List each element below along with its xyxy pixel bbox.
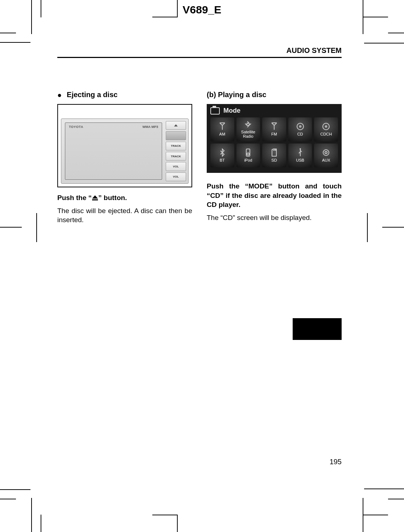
eject-instruction: Push the “” button. [57,193,192,203]
mode-cd-button[interactable]: CD [288,117,312,141]
bullet-icon: ● [57,91,62,99]
mode-aux-button[interactable]: AUX [314,144,338,167]
usb-icon [296,148,305,157]
antenna-icon [270,122,279,131]
ipod-icon [244,148,252,157]
right-column: (b) Playing a disc Mode AM Satellite Rad… [207,91,342,225]
eject-instruction-suffix: ” button. [98,194,127,201]
left-column: ● Ejecting a disc TOYOTA WMA MP3 TRACK T… [57,91,192,225]
svg-point-7 [300,149,301,149]
tab-icon [210,107,220,115]
vol-up-button[interactable]: VOL [166,162,186,171]
playing-heading-text: (b) Playing a disc [207,91,266,99]
mode-sd-button[interactable]: SD [262,144,286,167]
mode-bt-button[interactable]: BT [210,144,234,167]
head-unit-figure: TOYOTA WMA MP3 TRACK TRACK VOL VOL [57,104,192,187]
disc-icon [322,122,330,131]
mode-ipod-button[interactable]: iPod [236,144,260,167]
mode-screen-figure: Mode AM Satellite Radio FM [207,104,342,173]
disc-icon [296,122,305,131]
ejecting-heading: ● Ejecting a disc [57,91,192,99]
svg-point-2 [300,126,301,127]
bluetooth-icon [218,148,227,157]
play-instruction: Push the “MODE” button and touch “CD” if… [207,182,342,209]
svg-point-8 [323,150,329,155]
satellite-icon [244,120,252,129]
svg-rect-0 [247,123,249,125]
document-header: V689_E [0,4,404,16]
cd-slot-indicator [166,131,186,140]
eject-icon [92,195,98,200]
mode-usb-button[interactable]: USB [288,144,312,167]
page-number: 195 [330,458,342,466]
track-up-button[interactable]: TRACK [166,142,186,150]
aux-icon [322,148,330,157]
sd-card-icon [270,148,279,157]
svg-point-6 [247,153,249,155]
section-title: AUDIO SYSTEM [57,46,342,58]
antenna-icon [218,122,227,131]
mode-cdch-button[interactable]: CDCH [314,117,338,141]
mode-satellite-button[interactable]: Satellite Radio [236,117,260,141]
unit-brand: TOYOTA [69,125,83,129]
mode-label: Mode [223,107,240,115]
vol-down-button[interactable]: VOL [166,173,186,181]
playing-heading: (b) Playing a disc [207,91,342,99]
page-content: AUDIO SYSTEM ● Ejecting a disc TOYOTA WM… [57,46,342,486]
eject-instruction-prefix: Push the “ [57,194,92,201]
thumb-index-tab [293,318,342,340]
ejecting-heading-text: Ejecting a disc [67,91,118,99]
svg-point-3 [323,123,329,130]
eject-button[interactable] [166,121,186,130]
svg-point-9 [325,151,327,154]
mode-am-button[interactable]: AM [210,117,234,141]
svg-point-1 [297,123,304,130]
svg-point-4 [325,126,327,127]
eject-body: The disc will be ejected. A disc can the… [57,206,192,225]
mode-fm-button[interactable]: FM [262,117,286,141]
play-body: The “CD” screen will be displayed. [207,213,342,223]
track-down-button[interactable]: TRACK [166,152,186,161]
unit-format-label: WMA MP3 [143,125,158,129]
